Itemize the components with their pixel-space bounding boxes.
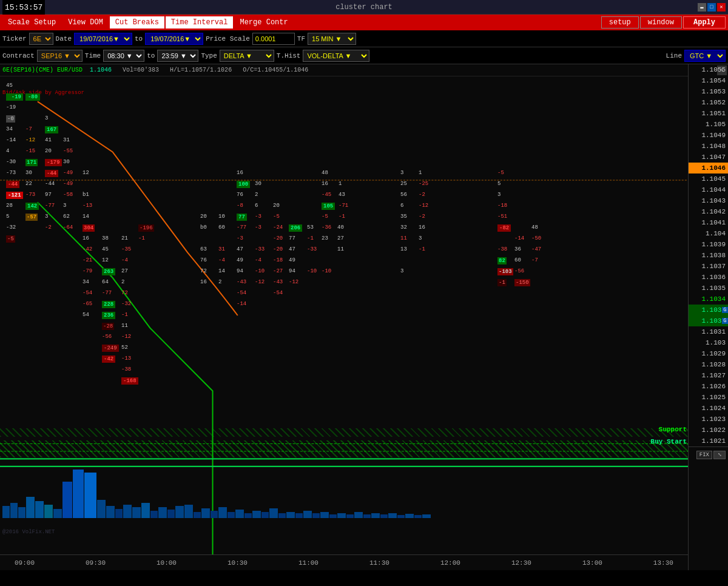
price-scale-input[interactable] [252,33,295,45]
time-label-1330: 13:30 [653,559,673,567]
g-badge-1033: G [722,307,728,313]
date-to-label: to [135,35,143,42]
apply-button[interactable]: Apply [683,16,726,29]
time-label-1030: 10:30 [228,559,248,567]
date-label: Date [56,35,72,42]
time-label-1230: 12:30 [511,559,531,567]
toolbar-row-1: Ticker 6E Date 19/07/2016▼ to 19/07/2016… [0,30,728,47]
price-1036: 1.1036 [689,272,728,283]
time-label-0930: 09:30 [86,559,106,567]
menu-merge-contr[interactable]: Merge Contr [234,16,293,29]
price-1047: 1.1047 [689,152,728,163]
line-gtc-area: Line GTC ▼ [666,50,726,62]
chart-resize-handle[interactable]: ⤡ [713,451,726,459]
price-1022: 1.1022 [689,425,728,436]
price-1050: 1.105 [689,119,728,130]
ticker-select[interactable]: 6E [29,33,53,45]
price-1034-support: 1.1034 [689,294,728,305]
chart-main[interactable]: Bid/Ask side by Aggressor Support [0,76,688,554]
chart-info-bar: 6E(SEP16)(CME) EUR/USD 1.1046 Vol=60'383… [0,64,688,76]
line-label: Line [666,52,682,59]
menu-view-dom[interactable]: View DOM [62,16,109,29]
time-to-label: to [147,52,155,59]
menu-scale-setup[interactable]: Scale Setup [2,16,61,29]
ticker-label: Ticker [2,35,27,42]
price-1031: 1.1031 [689,326,728,337]
watermark: @2016 VolFix.NET [2,529,55,535]
price-1042: 1.1042 [689,206,728,217]
fix-button[interactable]: FIX [696,451,712,459]
title-bar: ↙ cluster chart ▬ □ ✕ [0,0,728,15]
price-1023: 1.1023 [689,414,728,425]
price-1052: 1.1052 [689,97,728,108]
window-button[interactable]: window [640,16,682,29]
price-1044: 1.1044 [689,184,728,195]
thist-label: T.Hist [277,52,301,59]
support-label: Support [659,426,687,433]
time-label-0900: 09:00 [15,559,35,567]
price-1030: 1.103 [689,337,728,348]
price-1049: 1.1049 [689,130,728,141]
price-1026: 1.1026 [689,381,728,392]
contract-label: Contract [2,52,35,59]
date-from-select[interactable]: 19/07/2016▼ [74,33,132,45]
chart-symbol: 6E(SEP16)(CME) EUR/USD 1.1046 Vol=60'383… [2,67,308,73]
price-1041: 1.1041 [689,217,728,228]
price-1035: 1.1035 [689,283,728,294]
chart-main-wrapper: 6E(SEP16)(CME) EUR/USD 1.1046 Vol=60'383… [0,64,688,570]
time-label-1000: 10:00 [157,559,177,567]
window-controls: ▬ □ ✕ [698,3,726,12]
close-button[interactable]: ✕ [717,3,726,12]
gtc-select[interactable]: GTC ▼ [684,50,726,62]
tf-select[interactable]: 15 MIN ▼ [308,33,356,45]
time-to-select[interactable]: 23:59 ▼ [157,50,198,62]
price-1039: 1.1039 [689,239,728,250]
price-1053: 1.1053 [689,86,728,97]
price-1021: 1.1021 [689,436,728,446]
price-scale-label: Price Scale [206,35,250,42]
setup-button[interactable]: setup [601,16,639,29]
price-1025: 1.1025 [689,392,728,403]
menu-bar: Scale Setup View DOM Cut Breaks Time Int… [0,15,728,30]
price-1055: 1.1055 [689,64,728,75]
menu-cut-breaks[interactable]: Cut Breaks [110,16,164,29]
price-1037: 1.1037 [689,261,728,272]
menu-time-interval[interactable]: Time Interval [166,16,234,29]
price-1051: 1.1051 [689,108,728,119]
tf-label: TF [297,35,305,42]
price-1027: 1.1027 [689,370,728,381]
time-label-1100: 11:00 [298,559,318,567]
time-label-1130: 11:30 [369,559,389,567]
time-from-select[interactable]: 08:30 ▼ [103,50,144,62]
toolbar-row-2: Contract SEP16 ▼ Time 08:30 ▼ to 23:59 ▼… [0,47,728,64]
price-1028: 1.1028 [689,359,728,370]
maximize-button[interactable]: □ [707,3,716,12]
buy-start-label: Buy Start [651,438,687,445]
price-1032-buy2: 1.1032 G [689,315,728,326]
time-label-1200: 12:00 [440,559,460,567]
minimize-button[interactable]: ▬ [698,3,706,12]
chart-container: 6E(SEP16)(CME) EUR/USD 1.1046 Vol=60'383… [0,64,728,570]
type-label: Type [201,52,217,59]
g-badge-1032: G [722,318,728,324]
date-to-select[interactable]: 19/07/2016▼ [145,33,203,45]
window-title: cluster chart [335,3,393,12]
price-axis: 1.1055 1.1054 1.1053 1.1052 1.1051 1.105… [688,64,728,570]
support-zone [0,428,688,437]
price-1045: 1.1045 [689,173,728,184]
thist-select[interactable]: VOL-DELTA ▼ [303,50,369,62]
price-1054: 1.1054 [689,75,728,86]
time-label-1300: 13:00 [582,559,602,567]
type-select[interactable]: DELTA ▼ [220,50,274,62]
time-label: Time [85,52,101,59]
clock-display: 15:53:57 [2,0,45,15]
price-1048: 1.1048 [689,141,728,152]
price-1040: 1.104 [689,228,728,239]
price-1033-buy: 1.1033 G [689,305,728,315]
price-1024: 1.1024 [689,403,728,414]
contract-select[interactable]: SEP16 ▼ [37,50,83,62]
buy-start-zone [0,440,688,457]
price-1029: 1.1029 [689,348,728,359]
price-1046-current: 1.1046 [689,163,728,173]
price-1038: 1.1038 [689,250,728,261]
